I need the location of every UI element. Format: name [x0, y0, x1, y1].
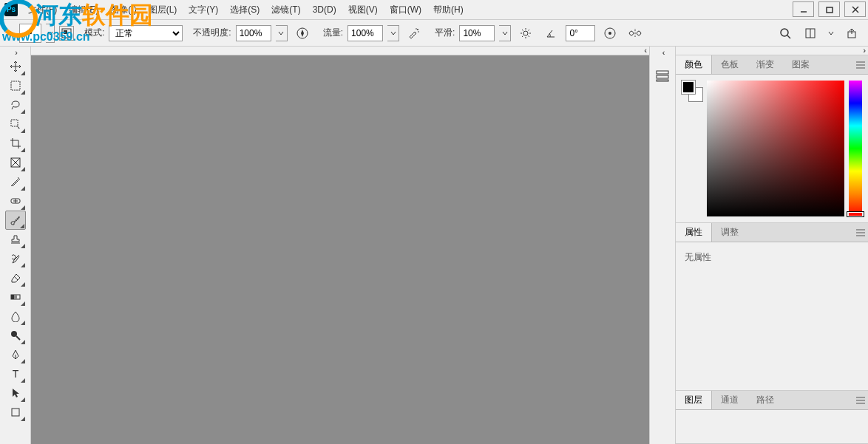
flow-dropdown[interactable]	[387, 25, 399, 41]
pen-tool[interactable]	[5, 345, 26, 364]
menu-select[interactable]: 选择(S)	[224, 0, 265, 20]
quick-select-tool[interactable]	[5, 115, 26, 134]
fg-bg-swatch[interactable]	[682, 81, 702, 101]
panel-stack-collapse[interactable]: ››	[676, 47, 868, 55]
smooth-settings-icon[interactable]	[518, 26, 533, 41]
maximize-button[interactable]	[818, 1, 840, 17]
options-grip[interactable]	[6, 31, 12, 35]
angle-input[interactable]	[566, 25, 595, 41]
gradient-tool[interactable]	[5, 287, 26, 307]
menu-edit[interactable]: 编辑(E)	[63, 0, 104, 20]
app-icon: Ps	[4, 3, 18, 16]
options-bar: 模式: 正常 不透明度: 流量: 平滑:	[0, 20, 868, 47]
blur-tool[interactable]	[5, 307, 26, 326]
menu-3d[interactable]: 3D(D)	[307, 0, 342, 20]
history-panel-icon[interactable]	[652, 66, 673, 86]
close-button[interactable]	[844, 1, 866, 17]
tab-swatches[interactable]: 色板	[712, 55, 747, 74]
hue-thumb[interactable]	[847, 212, 864, 216]
smooth-input[interactable]	[459, 25, 495, 41]
menu-layer[interactable]: 图层(L)	[143, 0, 183, 20]
svg-point-7	[417, 29, 418, 30]
opacity-input[interactable]	[236, 25, 271, 41]
no-properties-text: 无属性	[676, 242, 868, 390]
menu-help[interactable]: 帮助(H)	[427, 0, 469, 20]
flow-input[interactable]	[347, 25, 383, 41]
menu-window[interactable]: 窗口(W)	[384, 0, 427, 20]
svg-point-12	[608, 32, 611, 35]
menu-view[interactable]: 视图(V)	[342, 0, 384, 20]
canvas-collapse[interactable]: ‹‹	[31, 47, 649, 55]
share-icon[interactable]	[844, 26, 859, 41]
color-field[interactable]	[707, 81, 844, 216]
path-select-tool[interactable]	[5, 383, 26, 403]
dock-strip-expand[interactable]: ‹‹	[650, 48, 675, 57]
svg-point-9	[416, 28, 417, 30]
foreground-color-swatch[interactable]	[682, 81, 695, 94]
svg-rect-35	[657, 71, 668, 74]
flow-label: 流量:	[323, 27, 343, 39]
eyedropper-tool[interactable]	[5, 172, 26, 191]
color-panel: 颜色 色板 渐变 图案	[676, 55, 868, 223]
tab-adjustments[interactable]: 调整	[712, 223, 747, 242]
search-icon[interactable]	[778, 26, 793, 41]
layers-panel-menu[interactable]	[853, 391, 868, 409]
airbrush-icon[interactable]	[407, 26, 421, 41]
marquee-tool[interactable]	[5, 76, 26, 95]
opacity-dropdown[interactable]	[276, 25, 288, 41]
canvas-area: ‹‹	[31, 47, 649, 444]
layers-body	[676, 410, 868, 443]
brush-preset-dropdown[interactable]	[46, 24, 55, 43]
canvas-viewport[interactable]	[31, 55, 649, 444]
hue-slider[interactable]	[849, 81, 862, 216]
menu-filter[interactable]: 滤镜(T)	[265, 0, 306, 20]
smooth-label: 平滑:	[435, 27, 455, 39]
window-controls	[790, 0, 868, 18]
svg-text:T: T	[12, 368, 18, 380]
move-tool[interactable]	[5, 57, 26, 76]
pressure-size-icon[interactable]	[603, 26, 617, 41]
shape-tool[interactable]	[5, 403, 26, 422]
menu-bar: Ps 文件(F) 编辑(E) 图像(I) 图层(L) 文字(Y) 选择(S) 滤…	[0, 0, 868, 20]
heal-tool[interactable]	[5, 191, 26, 211]
tab-channels[interactable]: 通道	[712, 391, 747, 409]
minimize-button[interactable]	[793, 1, 814, 17]
svg-rect-29	[11, 295, 14, 299]
smooth-dropdown[interactable]	[499, 25, 511, 41]
history-brush-tool[interactable]	[5, 249, 26, 268]
tab-color[interactable]: 颜色	[676, 55, 712, 74]
frame-tool[interactable]	[5, 153, 26, 172]
pressure-opacity-icon[interactable]	[295, 26, 310, 41]
mode-label: 模式:	[84, 27, 104, 39]
brush-panel-toggle[interactable]	[59, 26, 74, 41]
crop-tool[interactable]	[5, 134, 26, 153]
arrange-docs-dropdown[interactable]	[825, 25, 837, 41]
brush-preset-picker[interactable]	[19, 24, 41, 43]
tab-properties[interactable]: 属性	[676, 223, 712, 242]
type-tool[interactable]: T	[5, 364, 26, 383]
toolbar-expand[interactable]: ››	[0, 48, 30, 57]
mode-select[interactable]: 正常	[109, 25, 183, 41]
arrange-docs-icon[interactable]	[803, 26, 818, 41]
svg-point-31	[11, 331, 17, 337]
svg-rect-37	[657, 80, 668, 81]
brush-tool[interactable]	[5, 211, 26, 230]
svg-line-27	[14, 276, 18, 280]
lasso-tool[interactable]	[5, 95, 26, 115]
symmetry-icon[interactable]	[628, 26, 642, 41]
dodge-tool[interactable]	[5, 326, 26, 345]
tab-layers[interactable]: 图层	[676, 391, 712, 409]
menu-file[interactable]: 文件(F)	[22, 0, 63, 20]
stamp-tool[interactable]	[5, 230, 26, 249]
properties-panel-menu[interactable]	[853, 223, 868, 242]
tab-gradients[interactable]: 渐变	[747, 55, 783, 74]
svg-point-8	[418, 31, 419, 33]
tab-paths[interactable]: 路径	[747, 391, 783, 409]
menu-type[interactable]: 文字(Y)	[183, 0, 224, 20]
menu-image[interactable]: 图像(I)	[104, 0, 142, 20]
opacity-label: 不透明度:	[193, 27, 231, 39]
tab-patterns[interactable]: 图案	[783, 55, 818, 74]
svg-point-14	[781, 29, 788, 36]
eraser-tool[interactable]	[5, 268, 26, 287]
color-panel-menu[interactable]	[853, 55, 868, 74]
